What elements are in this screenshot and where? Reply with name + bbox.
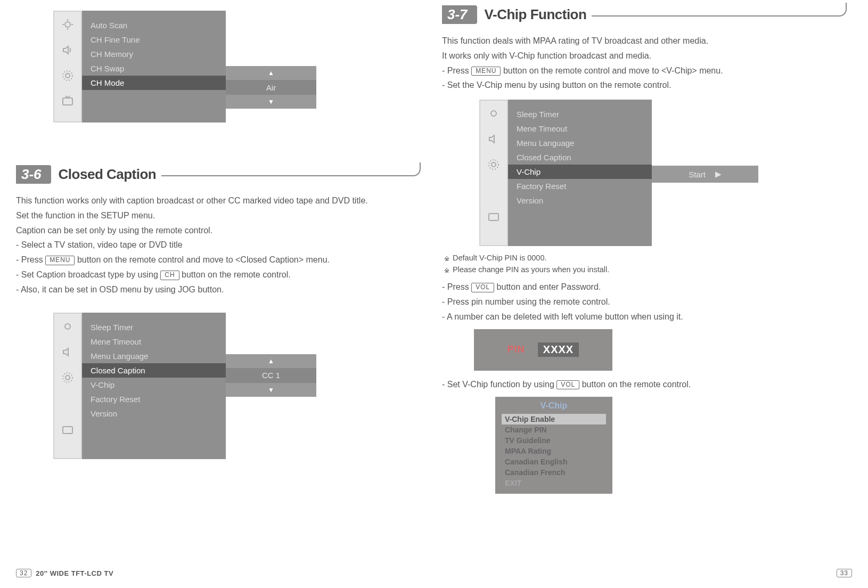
ch-key: CH	[160, 271, 179, 280]
vc-b2: - Set the V-Chip menu by using button on…	[442, 79, 847, 92]
svg-point-14	[491, 111, 496, 116]
page-number: 32	[16, 569, 31, 577]
vchip-submenu-title: V-Chip	[495, 401, 612, 411]
text: button on the remote control.	[579, 380, 691, 389]
osd-item-selected[interactable]: V-Chip	[508, 165, 652, 179]
osd-body: Sleep Timer Mene Timeout Menu Language C…	[508, 100, 652, 246]
osd-icon-column	[479, 100, 508, 246]
osd-icon-column	[53, 11, 82, 123]
note-1: ※Default V-Chip PIN is 0000.	[444, 254, 847, 265]
asterisk-icon: ※	[444, 265, 449, 277]
vchip-item[interactable]: MPAA Rating	[495, 446, 612, 456]
text: button on the remote control and move to…	[75, 255, 330, 264]
left-page: Auto Scan CH Fine Tune CH Memory CH Swap…	[16, 11, 421, 459]
vchip-submenu: V-Chip V-Chip Enable Change PIN TV Guide…	[495, 397, 612, 494]
setup-icon	[54, 63, 81, 88]
vchip-item[interactable]: TV Guideline	[495, 435, 612, 446]
svg-rect-17	[489, 214, 498, 220]
cc-b1: - Select a TV station, video tape or DVD…	[16, 239, 421, 252]
sound-icon	[54, 37, 81, 63]
cc-p1: This function works only with caption br…	[16, 194, 421, 208]
picture-icon	[480, 101, 507, 126]
text: - Press	[16, 255, 45, 264]
osd-item[interactable]: V-Chip	[82, 378, 226, 392]
osd-item[interactable]: Sleep Timer	[508, 107, 652, 121]
osd-item[interactable]: Closed Caption	[508, 150, 652, 165]
osd-item[interactable]: Version	[82, 406, 226, 421]
osd-item[interactable]: Auto Scan	[82, 18, 226, 32]
text: button and enter Password.	[494, 282, 601, 291]
cc-b4: - Also, it can be set in OSD menu by usi…	[16, 283, 421, 297]
osd-item[interactable]: CH Swap	[82, 61, 226, 76]
vc-p1: This function deals with MPAA rating of …	[442, 35, 847, 48]
osd-item[interactable]: CH Fine Tune	[82, 32, 226, 47]
osd-icon-column	[53, 313, 82, 459]
text: button on the remote control and move to…	[501, 66, 723, 75]
chevron-up-icon[interactable]: ▲	[226, 354, 316, 368]
svg-point-15	[492, 162, 496, 167]
section-rule	[161, 162, 421, 176]
sound-icon	[480, 126, 507, 152]
osd-item[interactable]: Factory Reset	[82, 392, 226, 406]
section-rule	[592, 3, 847, 17]
osd-value: Start	[689, 170, 706, 179]
osd-item[interactable]: Version	[508, 193, 652, 208]
svg-point-5	[65, 74, 70, 78]
pin-value[interactable]: XXXX	[538, 342, 579, 357]
cc-b2: - Press MENU button on the remote contro…	[16, 254, 421, 267]
vchip-item[interactable]: Canadian English	[495, 456, 612, 467]
vchip-description: This function deals with MPAA rating of …	[442, 35, 847, 92]
osd-item[interactable]: Factory Reset	[508, 179, 652, 193]
text: - Press	[442, 66, 471, 75]
vchip-item[interactable]: Canadian French	[495, 467, 612, 478]
osd-item[interactable]: Mene Timeout	[508, 121, 652, 136]
osd-value-picker[interactable]: ▲ Air ▼	[226, 66, 316, 109]
page-number: 33	[837, 569, 852, 577]
osd-value: Air	[226, 80, 316, 95]
tv-icon	[54, 417, 81, 443]
text: button on the remote control.	[179, 270, 291, 279]
vol-key: VOL	[471, 283, 494, 292]
vchip-item-selected[interactable]: V-Chip Enable	[502, 414, 606, 424]
text: Default V-Chip PIN is 0000.	[453, 254, 547, 262]
cc-p2: Set the function in the SETUP menu.	[16, 209, 421, 223]
text: - Set V-Chip function by using	[442, 380, 556, 389]
setup-icon	[480, 152, 507, 177]
footer-right: 33	[837, 569, 852, 577]
osd-item[interactable]: Menu Language	[508, 136, 652, 150]
setup-icon	[54, 365, 81, 390]
svg-point-10	[65, 324, 70, 329]
osd-item[interactable]: Mene Timeout	[82, 334, 226, 349]
osd-item[interactable]: Sleep Timer	[82, 320, 226, 334]
chevron-down-icon[interactable]: ▼	[226, 95, 316, 109]
vchip-item-exit[interactable]: EXIT	[495, 478, 612, 488]
text: Please change PIN as yours when you inst…	[453, 265, 609, 274]
section-title: V-Chip Function	[485, 6, 587, 23]
osd-item[interactable]: CH Memory	[82, 47, 226, 61]
section-header-3-6: 3-6 Closed Caption	[16, 165, 421, 184]
vc2-b1: - Press VOL button and enter Password.	[442, 281, 847, 294]
vc3-b1: - Set V-Chip function by using VOL butto…	[442, 378, 847, 391]
vc2-b3: - A number can be deleted with left volu…	[442, 311, 847, 324]
vc-p2: It works only with V-Chip function broad…	[442, 50, 847, 63]
osd-item[interactable]: Menu Language	[82, 349, 226, 363]
footer-title: 20″ WIDE TFT-LCD TV	[36, 569, 113, 577]
section-number: 3-6	[16, 165, 51, 184]
svg-rect-7	[63, 98, 72, 105]
osd-channel-menu: Auto Scan CH Fine Tune CH Memory CH Swap…	[53, 11, 309, 123]
osd-body: Auto Scan CH Fine Tune CH Memory CH Swap…	[82, 11, 226, 123]
osd-start-button[interactable]: Start ▶	[652, 166, 758, 183]
asterisk-icon: ※	[444, 254, 449, 265]
vchip-steps-2: - Press VOL button and enter Password. -…	[442, 281, 847, 323]
sound-icon	[54, 339, 81, 365]
note-2: ※Please change PIN as yours when you ins…	[444, 265, 847, 277]
chevron-down-icon[interactable]: ▼	[226, 383, 316, 397]
menu-key: MENU	[471, 67, 501, 76]
osd-item-selected[interactable]: CH Mode	[82, 76, 226, 90]
chevron-up-icon[interactable]: ▲	[226, 66, 316, 80]
osd-item-selected[interactable]: Closed Caption	[82, 363, 226, 378]
pin-entry-box: PIN XXXX	[474, 329, 612, 371]
right-page: 3-7 V-Chip Function This function deals …	[442, 5, 847, 494]
vchip-item[interactable]: Change PIN	[495, 424, 612, 435]
osd-value-picker[interactable]: ▲ CC 1 ▼	[226, 354, 316, 397]
